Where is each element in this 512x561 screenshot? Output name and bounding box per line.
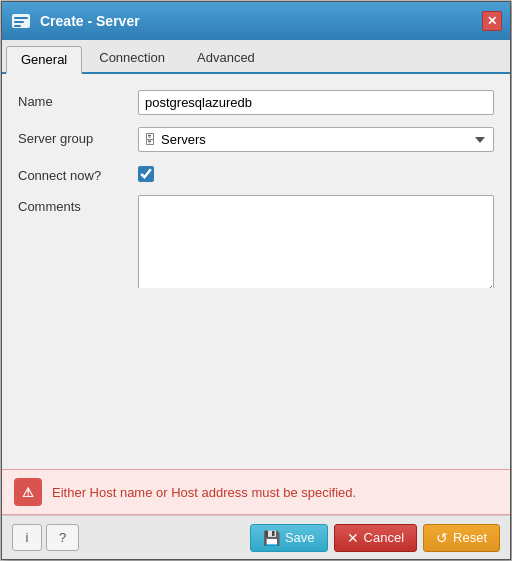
svg-rect-3 xyxy=(14,25,21,27)
title-bar-icon xyxy=(10,10,32,32)
cancel-label: Cancel xyxy=(364,530,404,545)
info-button[interactable]: i xyxy=(12,524,42,551)
connect-now-label: Connect now? xyxy=(18,164,138,183)
name-control xyxy=(138,90,494,115)
name-row: Name xyxy=(18,90,494,115)
close-button[interactable]: ✕ xyxy=(482,11,502,31)
comments-textarea[interactable] xyxy=(138,195,494,288)
connect-now-row: Connect now? xyxy=(18,164,494,183)
error-icon: ⚠ xyxy=(14,478,42,506)
tab-general[interactable]: General xyxy=(6,46,82,74)
tab-connection[interactable]: Connection xyxy=(84,44,180,72)
dialog-create-server: Create - Server ✕ General Connection Adv… xyxy=(1,1,511,560)
save-icon: 💾 xyxy=(263,530,280,546)
cancel-icon: ✕ xyxy=(347,530,359,546)
title-bar-text: Create - Server xyxy=(40,13,482,29)
error-bar: ⚠ Either Host name or Host address must … xyxy=(2,469,510,515)
tab-bar: General Connection Advanced xyxy=(2,40,510,74)
save-button[interactable]: 💾 Save xyxy=(250,524,328,552)
footer: i ? 💾 Save ✕ Cancel ↺ Reset xyxy=(2,515,510,559)
server-group-control: 🗄 Servers xyxy=(138,127,494,152)
content-spacer xyxy=(2,288,510,470)
connect-now-checkbox[interactable] xyxy=(138,166,154,182)
name-label: Name xyxy=(18,90,138,109)
tab-content-general: Name Server group 🗄 Servers Connect now? xyxy=(2,74,510,288)
reset-button[interactable]: ↺ Reset xyxy=(423,524,500,552)
comments-control: © DotNetCurry xyxy=(138,195,494,288)
server-group-icon: 🗄 xyxy=(144,133,156,147)
reset-label: Reset xyxy=(453,530,487,545)
comments-label: Comments xyxy=(18,195,138,214)
server-group-row: Server group 🗄 Servers xyxy=(18,127,494,152)
error-message: Either Host name or Host address must be… xyxy=(52,485,356,500)
tab-advanced[interactable]: Advanced xyxy=(182,44,270,72)
connect-now-checkbox-wrapper xyxy=(138,164,494,182)
help-button[interactable]: ? xyxy=(46,524,79,551)
svg-rect-1 xyxy=(14,17,28,19)
svg-rect-2 xyxy=(14,21,24,23)
reset-icon: ↺ xyxy=(436,530,448,546)
comments-row: Comments © DotNetCurry xyxy=(18,195,494,288)
connect-now-control xyxy=(138,164,494,182)
title-bar: Create - Server ✕ xyxy=(2,2,510,40)
footer-left: i ? xyxy=(12,524,79,551)
name-input[interactable] xyxy=(138,90,494,115)
error-icon-symbol: ⚠ xyxy=(22,485,34,500)
server-group-label: Server group xyxy=(18,127,138,146)
server-group-select[interactable]: Servers xyxy=(138,127,494,152)
save-label: Save xyxy=(285,530,315,545)
cancel-button[interactable]: ✕ Cancel xyxy=(334,524,417,552)
server-group-select-wrapper: 🗄 Servers xyxy=(138,127,494,152)
